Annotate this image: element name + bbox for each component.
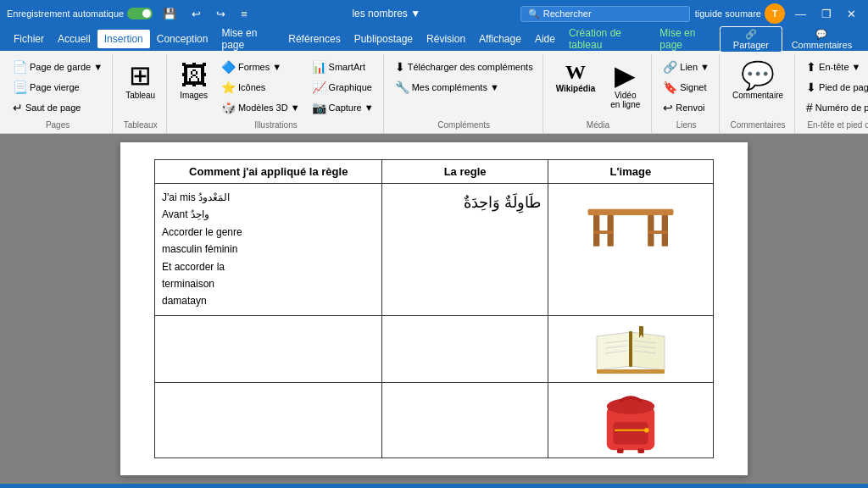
menu-revision[interactable]: Révision xyxy=(420,30,472,48)
ribbon-btn-wikipedia[interactable]: W Wikipédia xyxy=(550,58,602,97)
capture-icon: 📷 xyxy=(312,101,326,114)
ribbon-group-media-content: W Wikipédia ▶ Vidéoen ligne xyxy=(550,54,647,117)
ribbon-btn-entete[interactable]: ⬆ En-tête ▼ xyxy=(802,58,868,76)
restore-button[interactable]: ❐ xyxy=(816,6,837,22)
menu-conception[interactable]: Conception xyxy=(150,30,215,48)
toolbar-more-button[interactable]: ≡ xyxy=(236,6,253,22)
ribbon-btn-graphique[interactable]: 📈 Graphique xyxy=(308,78,378,97)
ribbon-btn-smartart[interactable]: 📊 SmartArt xyxy=(308,58,378,76)
menu-creation-tableau[interactable]: Création de tableau xyxy=(562,24,653,54)
ribbon-btn-video[interactable]: ▶ Vidéoen ligne xyxy=(604,58,646,114)
autosave-switch[interactable] xyxy=(127,8,153,19)
menu-fichier[interactable]: Fichier xyxy=(7,30,51,48)
ribbon-group-liens-label: Liens xyxy=(659,117,714,130)
images-label: Images xyxy=(180,91,208,100)
ribbon-btn-lien[interactable]: 🔗 Lien ▼ xyxy=(659,58,714,76)
graphique-label: Graphique xyxy=(329,82,372,92)
table-cell-col1-row3 xyxy=(155,382,382,458)
page-vierge-icon: 📃 xyxy=(13,80,27,94)
menu-publipostage[interactable]: Publipostage xyxy=(348,30,420,48)
ribbon-group-tableaux-content: ⊞ Tableau xyxy=(120,54,161,117)
lien-icon: 🔗 xyxy=(663,60,677,74)
capture-label: Capture ▼ xyxy=(329,103,374,113)
ribbon-btn-commentaire[interactable]: 💬 Commentaire xyxy=(726,58,789,104)
video-label: Vidéoen ligne xyxy=(610,91,640,109)
save-button[interactable]: 💾 xyxy=(158,6,181,22)
svg-rect-3 xyxy=(648,215,654,247)
menu-aide[interactable]: Aide xyxy=(528,30,562,48)
ribbon-btn-page-vierge[interactable]: 📃 Page vierge xyxy=(8,78,107,97)
table-row: J'ai mis المَعْدودُ Avant واحِدٌ Accorde… xyxy=(155,184,714,316)
ribbon-btn-capture[interactable]: 📷 Capture ▼ xyxy=(308,98,378,117)
table-cell-col2-row2 xyxy=(382,315,548,382)
share-button[interactable]: 🔗 Partager xyxy=(720,26,782,53)
graphique-icon: 📈 xyxy=(312,80,326,94)
modeles-3d-icon: 🎲 xyxy=(221,101,236,114)
lien-label: Lien ▼ xyxy=(680,62,709,72)
ribbon-btn-renvoi[interactable]: ↩ Renvoi xyxy=(659,98,714,117)
ribbon-btn-formes[interactable]: 🔷 Formes ▼ xyxy=(217,58,304,76)
ribbon-btn-tableau[interactable]: ⊞ Tableau xyxy=(120,58,161,104)
svg-rect-6 xyxy=(648,230,668,234)
ribbon-btn-pied-de-page[interactable]: ⬇ Pied de page ▼ xyxy=(802,78,868,97)
mes-complements-label: Mes compléments ▼ xyxy=(412,82,499,92)
close-button[interactable]: ✕ xyxy=(842,6,861,22)
ribbon-group-pages-label: Pages xyxy=(8,117,107,130)
telecharger-label: Télécharger des compléments xyxy=(408,62,533,72)
telecharger-icon: ⬇ xyxy=(395,60,405,74)
table-cell-col2-row1: طَاوِلَةٌ وَاحِدَةٌ xyxy=(382,184,548,316)
avatar: T xyxy=(765,3,785,24)
numero-de-page-label: Numéro de page ▼ xyxy=(815,103,868,113)
ribbon-col-entete: ⬆ En-tête ▼ ⬇ Pied de page ▼ # Numéro de… xyxy=(802,58,868,117)
ribbon-group-media-label: Média xyxy=(550,117,647,130)
signet-label: Signet xyxy=(680,82,706,92)
ribbon-btn-saut-de-page[interactable]: ↵ Saut de page xyxy=(8,98,107,117)
filename-dropdown[interactable]: ▼ xyxy=(410,8,420,19)
ribbon-group-commentaires: 💬 Commentaire Commentaires xyxy=(721,54,795,133)
icones-icon: ⭐ xyxy=(221,80,236,94)
table-cell-col3-row2 xyxy=(548,315,713,382)
title-bar-right: 🔍 Rechercher tiguide soumare T — ❐ ✕ xyxy=(520,3,861,24)
menu-insertion[interactable]: Insertion xyxy=(97,30,150,48)
svg-rect-18 xyxy=(613,422,648,444)
images-icon: 🖼 xyxy=(181,62,208,89)
menu-accueil[interactable]: Accueil xyxy=(51,30,97,48)
menu-mise-en-page-tab[interactable]: Mise en page xyxy=(653,24,720,54)
ribbon-btn-signet[interactable]: 🔖 Signet xyxy=(659,78,714,97)
arabic-magdoud: المَعْدودُ xyxy=(198,189,230,206)
ribbon-btn-mes-complements[interactable]: 🔧 Mes compléments ▼ xyxy=(391,78,537,97)
search-bar[interactable]: 🔍 Rechercher xyxy=(520,6,690,22)
commentaire-label: Commentaire xyxy=(732,91,783,100)
autosave-toggle[interactable]: Enregistrement automatique xyxy=(7,8,153,19)
comments-button[interactable]: 💬 Commentaires xyxy=(782,27,861,52)
formes-icon: 🔷 xyxy=(221,60,236,74)
ribbon-btn-images[interactable]: 🖼 Images xyxy=(174,58,214,104)
entete-icon: ⬆ xyxy=(806,60,816,74)
ribbon-btn-modeles-3d[interactable]: 🎲 Modèles 3D ▼ xyxy=(217,98,304,117)
table-header-col3: L'image xyxy=(548,160,713,184)
undo-button[interactable]: ↩ xyxy=(186,6,206,22)
ribbon-btn-page-de-garde[interactable]: 📄 Page de garde ▼ xyxy=(8,58,107,76)
redo-button[interactable]: ↪ xyxy=(211,6,231,22)
table-row xyxy=(155,315,714,382)
ribbon-btn-numero-de-page[interactable]: # Numéro de page ▼ xyxy=(802,98,868,117)
ribbon-btn-telecharger[interactable]: ⬇ Télécharger des compléments xyxy=(391,58,537,76)
ribbon-group-entete-label: En-tête et pied de page xyxy=(802,117,868,130)
minimize-button[interactable]: — xyxy=(790,6,811,22)
menu-references[interactable]: Références xyxy=(281,30,347,48)
arabic-text-row1: طَاوِلَةٌ وَاحِدَةٌ xyxy=(389,189,540,216)
ribbon-group-liens-content: 🔗 Lien ▼ 🔖 Signet ↩ Renvoi xyxy=(659,54,714,117)
ribbon-group-commentaires-label: Commentaires xyxy=(726,117,789,130)
ribbon-group-illustrations: 🖼 Images 🔷 Formes ▼ ⭐ Icônes 🎲 Modèles 3… xyxy=(169,54,384,133)
book-image xyxy=(588,319,673,379)
ribbon-btn-icones[interactable]: ⭐ Icônes xyxy=(217,78,304,97)
pied-de-page-icon: ⬇ xyxy=(806,80,816,94)
tableau-label: Tableau xyxy=(125,91,155,100)
ribbon-group-illustrations-label: Illustrations xyxy=(174,117,378,130)
numero-de-page-icon: # xyxy=(806,101,813,114)
table-cell-col1-row1: J'ai mis المَعْدودُ Avant واحِدٌ Accorde… xyxy=(155,184,382,316)
menu-mise-en-page[interactable]: Mise en page xyxy=(214,24,281,54)
video-icon: ▶ xyxy=(615,62,636,89)
icones-label: Icônes xyxy=(238,82,265,92)
menu-affichage[interactable]: Affichage xyxy=(472,30,528,48)
